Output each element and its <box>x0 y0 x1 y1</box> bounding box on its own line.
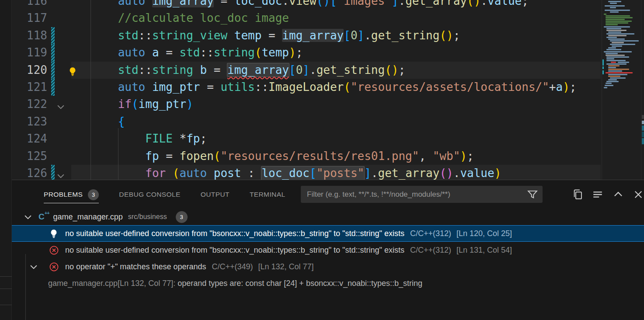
line-number[interactable]: 126 <box>17 165 47 180</box>
code-text: auto img_array = loc_doc.view()["images"… <box>91 0 529 10</box>
minimap-line <box>608 47 616 49</box>
panel-tab-terminal[interactable]: TERMINAL <box>250 185 285 204</box>
divider <box>0 276 12 277</box>
panel-tabbar: PROBLEMS3DEBUG CONSOLEOUTPUTTERMINAL <box>44 184 285 205</box>
minimap-line <box>608 69 629 70</box>
problem-message: no suitable user-defined conversion from… <box>65 246 404 255</box>
code-text: if(img_ptr) <box>91 96 193 113</box>
minimap-line <box>606 21 632 22</box>
git-modified-indicator <box>51 27 55 44</box>
divider <box>0 305 12 305</box>
code-text: std::string b = img_array[0].get_string(… <box>91 62 405 79</box>
minimap-line <box>606 17 633 18</box>
problems-file-group[interactable]: C++ game_manager.cpp src/business 3 <box>0 209 644 225</box>
indent-guide <box>118 128 118 180</box>
minimap[interactable] <box>602 0 641 180</box>
problem-count-badge: 3 <box>176 211 188 223</box>
minimap-line <box>610 3 617 4</box>
minimap-line <box>606 83 612 84</box>
code-text: { <box>91 113 125 130</box>
minimap-line <box>608 67 616 68</box>
git-modified-indicator <box>51 62 55 79</box>
fold-chevron-icon[interactable] <box>56 99 66 110</box>
minimap-line <box>606 81 619 82</box>
line-number[interactable]: 121 <box>17 79 47 96</box>
indent-guide <box>91 0 91 180</box>
problem-source: C/C++(349) <box>212 262 253 271</box>
minimap-line <box>605 10 630 11</box>
git-modified-indicator <box>51 79 55 96</box>
panel-tab-problems[interactable]: PROBLEMS3 <box>44 185 99 204</box>
git-modified-indicator <box>51 165 55 180</box>
minimap-line <box>606 58 614 59</box>
minimap-line <box>606 15 630 17</box>
minimap-line <box>606 24 618 25</box>
error-icon <box>49 245 59 255</box>
code-text: auto img_ptr = utils::ImageLoader("resou… <box>91 79 576 96</box>
tab-label: OUTPUT <box>201 191 230 198</box>
related-info-row[interactable]: game_manager.cpp[Ln 132, Col 77]: operan… <box>0 275 644 292</box>
minimap-line <box>604 26 630 28</box>
fold-chevron-icon[interactable] <box>56 168 66 179</box>
bottom-panel: PROBLEMS3DEBUG CONSOLEOUTPUTTERMINAL <box>0 180 644 320</box>
minimap-line <box>605 5 625 7</box>
problem-source: C/C++(312) <box>410 229 451 238</box>
close-icon[interactable] <box>633 189 644 200</box>
quickfix-lightbulb-icon[interactable] <box>49 229 59 239</box>
line-number[interactable]: 120 <box>17 62 47 79</box>
line-number[interactable]: 117 <box>17 10 47 27</box>
code-text: fp = fopen("resources/results/res01.png"… <box>91 148 474 165</box>
filter-input[interactable] <box>301 190 527 199</box>
line-number[interactable]: 122 <box>17 96 47 113</box>
minimap-git-mark <box>602 66 604 69</box>
minimap-line <box>606 28 621 29</box>
problems-filter[interactable] <box>301 186 543 203</box>
minimap-line <box>610 44 635 45</box>
line-number[interactable]: 124 <box>17 130 47 147</box>
filter-icon[interactable] <box>527 189 538 200</box>
problem-location: [Ln 131, Col 54] <box>456 246 512 255</box>
code-text: for (auto post : loc_doc["posts"].get_ar… <box>91 165 501 180</box>
overview-ruler-mark <box>642 132 644 137</box>
minimap-line <box>606 60 626 61</box>
problem-row[interactable]: no suitable user-defined conversion from… <box>0 225 644 242</box>
chevron-down-icon[interactable] <box>23 212 33 222</box>
minimap-line <box>608 79 617 80</box>
chevron-up-icon[interactable] <box>613 189 624 200</box>
minimap-line <box>608 1 621 2</box>
related-location: game_manager.cpp[Ln 132, Col 77]: <box>48 279 175 288</box>
minimap-line <box>604 87 607 88</box>
vscode-window: 116 auto img_array = loc_doc.view()["ima… <box>0 0 644 320</box>
git-modified-indicator <box>51 44 55 61</box>
line-number[interactable]: 119 <box>17 44 47 61</box>
lightbulb-icon[interactable] <box>68 65 77 75</box>
minimap-line <box>606 49 621 50</box>
problem-row[interactable]: no operator "+" matches these operandsC/… <box>0 258 644 275</box>
cpp-file-icon: C++ <box>38 212 49 222</box>
line-number[interactable]: 123 <box>17 113 47 130</box>
code-text: //calculate loc_doc image <box>91 10 289 27</box>
minimap-line <box>608 76 620 77</box>
code-text: std::string_view temp = img_array[0].get… <box>91 27 460 44</box>
line-number[interactable]: 116 <box>17 0 47 10</box>
file-path: src/business <box>128 213 167 221</box>
overview-ruler[interactable] <box>641 0 644 180</box>
minimap-line <box>604 51 632 52</box>
code-editor[interactable]: 116 auto img_array = loc_doc.view()["ima… <box>0 0 644 180</box>
copy-icon[interactable] <box>572 189 583 200</box>
menu-lines-icon[interactable] <box>592 189 603 200</box>
minimap-line <box>605 85 613 86</box>
overview-ruler-mark <box>642 138 644 144</box>
line-number[interactable]: 118 <box>17 27 47 44</box>
problem-row[interactable]: no suitable user-defined conversion from… <box>0 242 644 258</box>
minimap-line <box>604 14 606 15</box>
minimap-line <box>611 62 616 63</box>
panel-tab-debug-console[interactable]: DEBUG CONSOLE <box>119 185 180 204</box>
panel-tab-output[interactable]: OUTPUT <box>201 185 230 204</box>
problem-location: [Ln 120, Col 25] <box>456 229 512 238</box>
problem-location: [Ln 132, Col 77] <box>258 262 314 271</box>
minimap-line <box>610 77 626 79</box>
line-number[interactable]: 125 <box>17 148 47 165</box>
chevron-down-icon[interactable] <box>29 262 38 271</box>
overview-ruler-mark <box>642 125 644 131</box>
